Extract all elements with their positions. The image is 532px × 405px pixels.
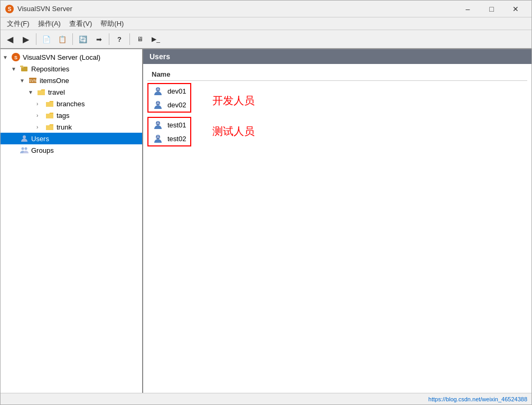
annotations-column: 开发人员 测试人员 (191, 83, 255, 146)
test-annotation-row: 测试人员 (191, 116, 255, 146)
menu-view[interactable]: 查看(V) (65, 18, 96, 30)
content-body: Name (143, 64, 531, 155)
menu-help[interactable]: 帮助(H) (96, 18, 128, 30)
doc-button[interactable]: 📄 (39, 32, 54, 47)
doc2-button[interactable]: 📋 (55, 32, 70, 47)
dev01-avatar-icon (153, 86, 163, 96)
tree-label-trunk: trunk (57, 123, 72, 131)
panel-title: Users (150, 52, 170, 61)
maximize-button[interactable]: □ (480, 1, 503, 17)
tree-label-itemsone: itemsOne (40, 77, 69, 85)
svg-point-22 (156, 122, 157, 123)
tree-panel: ▼ S VisualSVN Server (Local) ▼ (1, 49, 143, 393)
titlebar: S VisualSVN Server – □ ✕ (1, 1, 531, 17)
expand-tags[interactable]: › (36, 113, 45, 118)
tree-item-tags[interactable]: › tags (1, 109, 142, 121)
repositories-icon (20, 64, 29, 73)
test-annotation-label: 测试人员 (212, 124, 255, 139)
forward-button[interactable]: ▶ (18, 32, 33, 47)
minimize-button[interactable]: – (456, 1, 480, 17)
svg-point-26 (156, 136, 157, 137)
expand-itemsone[interactable]: ▼ (20, 78, 28, 84)
dev02-name: dev02 (167, 101, 186, 109)
tree-label-travel: travel (48, 88, 65, 96)
tree-item-travel[interactable]: ▼ travel (1, 86, 142, 98)
svn-icon: S (11, 52, 21, 62)
refresh-button[interactable]: 🔄 (76, 32, 90, 47)
svg-point-14 (156, 88, 157, 89)
svg-point-15 (158, 88, 160, 89)
tree-label-tags: tags (57, 112, 70, 119)
branches-folder-icon (45, 99, 54, 108)
close-button[interactable]: ✕ (503, 1, 527, 17)
svg-rect-6 (20, 66, 23, 67)
user-row-test01[interactable]: test01 (148, 118, 190, 132)
menu-action[interactable]: 操作(A) (34, 18, 65, 30)
expand-travel[interactable]: ▼ (28, 89, 36, 95)
column-header-name: Name (147, 68, 527, 81)
tags-folder-icon (45, 111, 54, 120)
toolbar-sep-4 (129, 33, 130, 45)
tree-label-groups: Groups (31, 146, 54, 154)
tree-item-users[interactable]: Users (1, 133, 142, 144)
dev-annotation-row: 开发人员 (191, 85, 255, 116)
test-users-group: test01 (147, 117, 191, 146)
svg-point-18 (156, 102, 157, 103)
itemsone-icon: SVN (28, 76, 38, 85)
svg-point-19 (158, 102, 160, 103)
svg-point-10 (22, 148, 24, 150)
user-row-dev01[interactable]: dev01 (148, 84, 190, 98)
content-panel: Users Name (143, 49, 531, 393)
dev01-name: dev01 (167, 87, 186, 95)
main-window: S VisualSVN Server – □ ✕ 文件(F) 操作(A) 查看(… (0, 0, 532, 405)
tree-item-branches[interactable]: › branches (1, 98, 142, 109)
toolbar: ◀ ▶ 📄 📋 🔄 ➡ ? 🖥 ▶_ (1, 30, 531, 49)
user-row-test02[interactable]: test02 (148, 132, 190, 145)
toolbar-sep-1 (36, 33, 36, 45)
terminal-button[interactable]: ▶_ (148, 32, 163, 47)
menu-file[interactable]: 文件(F) (3, 18, 34, 30)
test01-name: test01 (167, 121, 186, 129)
svg-text:S: S (14, 55, 17, 60)
status-url: https://blog.csdn.net/weixin_46524388 (428, 396, 527, 402)
expand-root[interactable]: ▼ (3, 54, 11, 60)
back-button[interactable]: ◀ (3, 32, 17, 47)
tree-label-users: Users (31, 135, 49, 143)
tree-item-groups[interactable]: Groups (1, 144, 142, 156)
tree-label-repositories: Repositories (31, 65, 69, 73)
dev-users-group: dev01 (147, 83, 191, 113)
window-title: VisualSVN Server (17, 5, 456, 13)
app-icon: S (5, 4, 14, 14)
expand-branches[interactable]: › (36, 101, 45, 107)
tree-label-root: VisualSVN Server (Local) (23, 53, 100, 61)
toolbar-sep-3 (109, 33, 109, 45)
help-button[interactable]: ? (112, 32, 127, 47)
statusbar: https://blog.csdn.net/weixin_46524388 (1, 393, 531, 404)
tree-label-branches: branches (57, 100, 85, 108)
svg-text:S: S (8, 6, 12, 12)
svg-point-11 (25, 148, 27, 150)
user-row-dev02[interactable]: dev02 (148, 98, 190, 112)
tree-item-root[interactable]: ▼ S VisualSVN Server (Local) (1, 51, 142, 63)
users-table: Name (147, 68, 527, 151)
expand-trunk[interactable]: › (36, 124, 45, 130)
menubar: 文件(F) 操作(A) 查看(V) 帮助(H) (1, 17, 531, 30)
screen-button[interactable]: 🖥 (133, 32, 147, 47)
main-area: ▼ S VisualSVN Server (Local) ▼ (1, 49, 531, 393)
test02-name: test02 (167, 135, 186, 143)
groups-icon (20, 145, 29, 155)
svg-point-9 (23, 135, 26, 139)
tree-item-itemsone[interactable]: ▼ SVN itemsOne (1, 75, 142, 86)
svg-text:SVN: SVN (29, 79, 36, 82)
test02-avatar-icon (153, 133, 163, 144)
svg-point-27 (158, 136, 160, 137)
trunk-folder-icon (45, 122, 54, 132)
tree-item-repositories[interactable]: ▼ Repositories (1, 63, 142, 75)
arrow-button[interactable]: ➡ (91, 32, 106, 47)
test01-avatar-icon (153, 119, 163, 130)
tree-item-trunk[interactable]: › trunk (1, 121, 142, 133)
svg-point-23 (158, 122, 160, 123)
users-list: dev01 (147, 83, 191, 151)
expand-repositories[interactable]: ▼ (11, 66, 20, 72)
dev-annotation-label: 开发人员 (212, 94, 255, 108)
